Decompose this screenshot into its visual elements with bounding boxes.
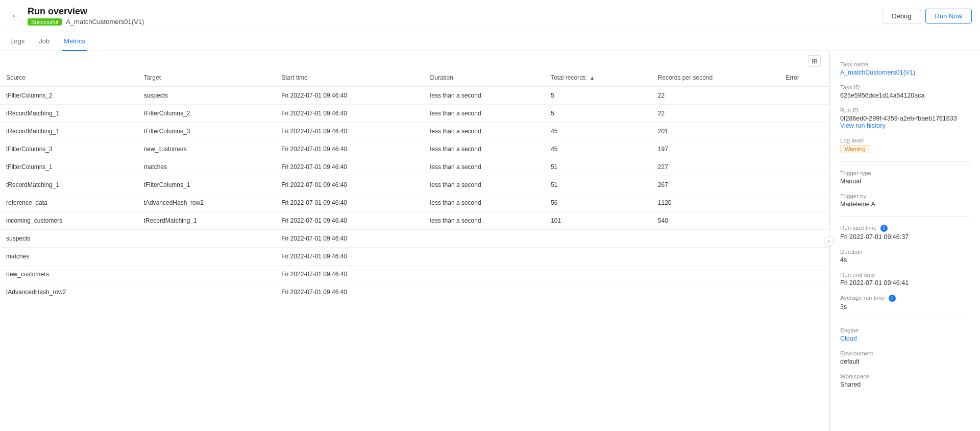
cell-target-7: tRecordMatching_1 — [138, 212, 276, 230]
sidebar-log-level-label: Log level — [840, 137, 970, 143]
tabs: Logs Job Metrics — [0, 32, 980, 51]
cell-records_per_second-2: 201 — [652, 123, 780, 140]
table-row: incoming_customerstRecordMatching_1Fri 2… — [0, 212, 829, 230]
cell-records_per_second-6: 1120 — [652, 194, 780, 212]
sidebar-trigger-by-label: Trigger by — [840, 193, 970, 199]
sidebar-run-start-time-value: Fri 2022-07-01 09:46:37 — [840, 233, 970, 241]
column-selector-button[interactable]: ⊞ — [808, 55, 821, 67]
tab-metrics[interactable]: Metrics — [62, 32, 87, 51]
cell-total_records-10 — [545, 266, 652, 283]
cell-records_per_second-8 — [652, 230, 780, 248]
sidebar-view-run-history[interactable]: View run history — [840, 122, 970, 129]
cell-source-3: tFilterColumns_3 — [0, 140, 138, 158]
cell-total_records-5: 51 — [545, 176, 652, 194]
cell-total_records-7: 101 — [545, 212, 652, 230]
col-header-source: Source — [0, 69, 138, 87]
sort-icon-total-records: ▲ — [590, 75, 595, 81]
sidebar-avg-run-time-value: 3s — [840, 303, 970, 310]
cell-target-4: matches — [138, 158, 276, 176]
sidebar-task-name-value[interactable]: A_matchCustomers01(V1) — [840, 69, 970, 76]
cell-start_time-7: Fri 2022-07-01 09:46:40 — [275, 212, 424, 230]
cell-source-7: incoming_customers — [0, 212, 138, 230]
cell-start_time-10: Fri 2022-07-01 09:46:40 — [275, 266, 424, 283]
cell-total_records-9 — [545, 248, 652, 266]
sidebar-engine-label: Engine — [840, 327, 970, 333]
sidebar-run-start-time: Run start time i Fri 2022-07-01 09:46:37 — [840, 225, 970, 241]
sidebar-engine-value[interactable]: Cloud — [840, 335, 970, 342]
cell-start_time-1: Fri 2022-07-01 09:46:40 — [275, 105, 424, 123]
collapse-panel-button[interactable]: › — [824, 236, 834, 246]
sidebar-divider-2 — [840, 216, 970, 217]
col-header-target: Target — [138, 69, 276, 87]
cell-total_records-1: 5 — [545, 105, 652, 123]
status-badge: Successful — [28, 18, 62, 26]
avg-run-time-info-icon[interactable]: i — [889, 295, 896, 302]
table-row: matchesFri 2022-07-01 09:46:40 — [0, 248, 829, 266]
cell-error-6 — [779, 194, 829, 212]
debug-button[interactable]: Debug — [882, 9, 921, 23]
sidebar-run-start-time-label: Run start time i — [840, 225, 970, 232]
cell-error-3 — [779, 140, 829, 158]
cell-total_records-4: 51 — [545, 158, 652, 176]
sidebar-divider-3 — [840, 319, 970, 319]
cell-target-10 — [138, 266, 276, 283]
cell-start_time-9: Fri 2022-07-01 09:46:40 — [275, 248, 424, 266]
cell-error-4 — [779, 158, 829, 176]
cell-total_records-0: 5 — [545, 87, 652, 105]
sidebar-task-id-label: Task ID — [840, 84, 970, 90]
cell-error-0 — [779, 87, 829, 105]
table-area: ⊞ Source Target Start time Duration Tota… — [0, 51, 829, 431]
sidebar-run-id-value: 0f286ed0-299f-4359-a2eb-fbaeb1761633 — [840, 115, 970, 122]
right-sidebar: Task name A_matchCustomers01(V1) Task ID… — [829, 51, 980, 431]
table-row: tFilterColumns_1matchesFri 2022-07-01 09… — [0, 158, 829, 176]
cell-total_records-11 — [545, 283, 652, 301]
run-start-time-info-icon[interactable]: i — [880, 225, 888, 232]
cell-error-2 — [779, 123, 829, 140]
tab-logs[interactable]: Logs — [8, 32, 27, 51]
cell-start_time-6: Fri 2022-07-01 09:46:40 — [275, 194, 424, 212]
cell-target-6: tAdvancedHash_row2 — [138, 194, 276, 212]
cell-source-8: suspects — [0, 230, 138, 248]
cell-target-11 — [138, 283, 276, 301]
sidebar-environment: Environment default — [840, 350, 970, 365]
sidebar-trigger-type-value: Manual — [840, 178, 970, 185]
cell-error-9 — [779, 248, 829, 266]
cell-duration-4: less than a second — [424, 158, 545, 176]
cell-duration-8 — [424, 230, 545, 248]
sidebar-log-level-value: Warning — [840, 145, 970, 153]
cell-target-3: new_customers — [138, 140, 276, 158]
sidebar-run-end-time: Run end time Fri 2022-07-01 09:46:41 — [840, 272, 970, 286]
cell-records_per_second-11 — [652, 283, 780, 301]
cell-target-8 — [138, 230, 276, 248]
cell-source-11: tAdvancedHash_row2 — [0, 283, 138, 301]
cell-duration-5: less than a second — [424, 176, 545, 194]
cell-duration-9 — [424, 248, 545, 266]
metrics-table: Source Target Start time Duration Total … — [0, 69, 829, 301]
cell-start_time-4: Fri 2022-07-01 09:46:40 — [275, 158, 424, 176]
cell-error-1 — [779, 105, 829, 123]
cell-duration-1: less than a second — [424, 105, 545, 123]
header-title-area: Run overview Successful A_matchCustomers… — [28, 6, 882, 26]
sidebar-divider-1 — [840, 161, 970, 162]
sidebar-workspace-label: Workspace — [840, 373, 970, 379]
header-subtitle: Successful A_matchCustomers01(V1) — [28, 18, 882, 26]
table-row: tRecordMatching_1tFilterColumns_1Fri 202… — [0, 176, 829, 194]
sidebar-engine: Engine Cloud — [840, 327, 970, 342]
cell-duration-7: less than a second — [424, 212, 545, 230]
sidebar-trigger-type-label: Trigger type — [840, 170, 970, 176]
log-level-badge: Warning — [840, 145, 870, 153]
table-row: new_customersFri 2022-07-01 09:46:40 — [0, 266, 829, 283]
col-header-total-records[interactable]: Total records ▲ — [545, 69, 652, 87]
tab-job[interactable]: Job — [37, 32, 52, 51]
table-row: tAdvancedHash_row2Fri 2022-07-01 09:46:4… — [0, 283, 829, 301]
sidebar-duration: Duration 4s — [840, 249, 970, 264]
cell-error-5 — [779, 176, 829, 194]
cell-total_records-6: 56 — [545, 194, 652, 212]
cell-target-5: tFilterColumns_1 — [138, 176, 276, 194]
back-button[interactable]: ← — [8, 9, 22, 23]
sidebar-workspace: Workspace Shared — [840, 373, 970, 388]
sidebar-workspace-value: Shared — [840, 381, 970, 388]
cell-source-1: tRecordMatching_1 — [0, 105, 138, 123]
cell-error-11 — [779, 283, 829, 301]
run-now-button[interactable]: Run Now — [925, 9, 972, 23]
